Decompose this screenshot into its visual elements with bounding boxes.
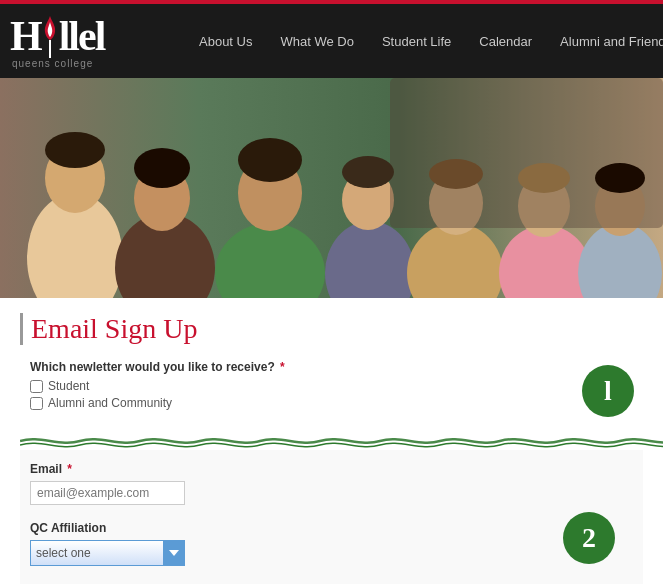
- svg-point-21: [342, 156, 394, 188]
- checkbox-alumni-input[interactable]: [30, 397, 43, 410]
- svg-point-22: [429, 159, 483, 189]
- svg-point-23: [518, 163, 570, 193]
- svg-point-24: [595, 163, 645, 193]
- form-section-details: Email * QC Affiliation select one Class …: [20, 450, 643, 584]
- logo-flame-icon: [40, 14, 60, 58]
- checkbox-alumni-label: Alumni and Community: [48, 396, 172, 410]
- affiliation-label: QC Affiliation: [30, 521, 563, 535]
- logo-area: H llel queens college: [10, 14, 165, 69]
- nav-about-us[interactable]: About Us: [185, 34, 266, 49]
- form-section-newsletter: Which newletter would you like to receiv…: [20, 360, 643, 417]
- logo-text: H: [10, 15, 41, 57]
- step-1-label: l: [604, 375, 612, 407]
- email-label: Email *: [30, 462, 563, 476]
- svg-point-18: [45, 132, 105, 168]
- newsletter-label: Which newletter would you like to receiv…: [30, 360, 573, 374]
- details-fields: Email * QC Affiliation select one Class …: [30, 462, 563, 584]
- hero-image: [0, 78, 663, 298]
- step-1-circle: l: [582, 365, 634, 417]
- main-nav: About Us What We Do Student Life Calenda…: [185, 34, 663, 49]
- checkbox-student-label: Student: [48, 379, 89, 393]
- logo-text-2: llel: [59, 15, 105, 57]
- affiliation-group: QC Affiliation select one: [30, 521, 563, 576]
- header: H llel queens college About Us What We D…: [0, 0, 663, 78]
- svg-point-20: [238, 138, 302, 182]
- checkbox-alumni[interactable]: Alumni and Community: [30, 396, 573, 410]
- step-2-circle: 2: [563, 512, 615, 564]
- nav-what-we-do[interactable]: What We Do: [266, 34, 367, 49]
- step-1-area: l: [573, 360, 643, 417]
- email-input[interactable]: [30, 481, 185, 505]
- email-group: Email *: [30, 462, 563, 513]
- step-2-area: 2: [563, 462, 633, 564]
- nav-alumni-friends[interactable]: Alumni and Friends: [546, 34, 663, 49]
- main-content: Email Sign Up Which newletter would you …: [0, 298, 663, 584]
- affiliation-select-wrapper: select one: [30, 540, 185, 566]
- svg-point-19: [134, 148, 190, 188]
- checkbox-student-input[interactable]: [30, 380, 43, 393]
- nav-student-life[interactable]: Student Life: [368, 34, 465, 49]
- page-title: Email Sign Up: [20, 313, 643, 345]
- svg-rect-17: [390, 78, 663, 228]
- newsletter-options: Student Alumni and Community: [30, 379, 573, 410]
- wave-separator: [20, 432, 643, 450]
- nav-calendar[interactable]: Calendar: [465, 34, 546, 49]
- logo-subtitle: queens college: [12, 58, 93, 69]
- hero-scene: [0, 78, 663, 298]
- affiliation-select[interactable]: select one: [30, 540, 185, 566]
- newsletter-fields: Which newletter would you like to receiv…: [30, 360, 573, 410]
- checkbox-student[interactable]: Student: [30, 379, 573, 393]
- step-2-label: 2: [582, 522, 596, 554]
